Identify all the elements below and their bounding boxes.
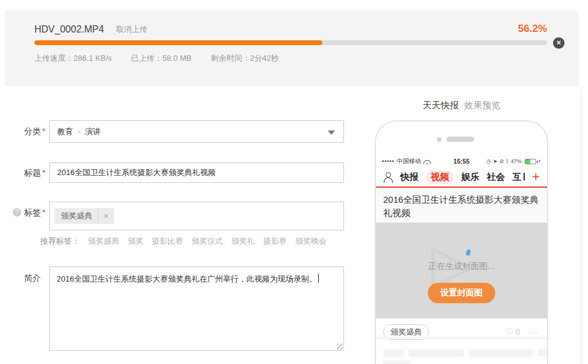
recommended-tags-label: 推荐标签： [40, 236, 80, 247]
recommended-tags: 推荐标签： 颁奖盛典 颁奖 摄影比赛 颁奖仪式 颁奖礼 摄影赛 颁奖晚会 [40, 236, 327, 247]
tag-chip-text: 颁奖盛典 [61, 211, 92, 221]
close-icon[interactable]: × [553, 37, 565, 49]
time-remaining: 剩余时间：2分42秒 [211, 53, 279, 64]
recommended-tag[interactable]: 颁奖盛典 [88, 236, 119, 247]
divider [581, 90, 581, 364]
tags-input[interactable]: 颁奖盛典 × [49, 202, 344, 230]
orientation-lock-icon: ⊘ [499, 158, 504, 164]
alarm-icon: ◷ [486, 158, 491, 164]
category-select[interactable]: 教育 › 演讲 [49, 120, 344, 143]
required-mark: * [42, 168, 45, 177]
battery-percent: 47% [511, 158, 522, 164]
profile-icon[interactable] [383, 172, 393, 182]
camera-dot [437, 137, 442, 142]
recommended-tag[interactable]: 颁奖 [128, 236, 143, 247]
recommended-tag[interactable]: 颁奖仪式 [192, 236, 223, 247]
tag-chip: 颁奖盛典 × [55, 208, 114, 224]
chevron-down-icon[interactable] [328, 131, 335, 135]
category-main: 教育 [57, 126, 73, 137]
recommended-tag[interactable]: 颁奖晚会 [295, 236, 327, 247]
video-cover-placeholder: ▷ 正在生成封面图... 设置封面图 [376, 223, 547, 318]
upload-filename: HDV_0002.MP4 [34, 24, 104, 35]
status-bar: ••••• 中国移动 15:55 ◷ ➤ ⊘ ᛒ 47% + [376, 155, 547, 167]
category-row: 分类* 教育 › 演讲 [24, 120, 344, 143]
like-icon[interactable]: ♡ [505, 327, 513, 337]
more-options-icon[interactable]: ··· [530, 327, 540, 337]
text-caret [318, 274, 319, 283]
tab-shehui[interactable]: 社会 [487, 171, 505, 183]
tab-kuaibao[interactable]: 快报 [401, 171, 419, 183]
preview-video-title: 2016全国卫生计生系统摄影大赛颁奖典礼视频 [376, 188, 547, 225]
required-mark: * [42, 126, 45, 136]
category-sub: 演讲 [85, 126, 101, 137]
preview-subtitle: 效果预览 [464, 100, 501, 110]
add-channel-icon[interactable]: + [532, 170, 540, 184]
charging-icon: + [538, 158, 541, 164]
battery-icon [525, 159, 536, 164]
cover-generating-text: 正在生成封面图... [376, 261, 547, 272]
description-textarea[interactable]: 2016全国卫生计生系统摄影大赛颁奖典礼在广州举行，此视频为现场录制。 [49, 267, 344, 351]
card-meta-row: 颁奖盛典 ♡ 0 ··· [376, 319, 547, 345]
progress-fill [34, 40, 322, 45]
phone-nav-bar: 快报 视频 娱乐 社会 互 + [376, 167, 547, 188]
tags-row: ? 标签* 颁奖盛典 × [24, 202, 344, 230]
carrier-label: 中国移动 [397, 157, 421, 165]
category-label: 分类* [24, 120, 49, 143]
next-item-ghost-text [383, 360, 411, 364]
recommended-tag[interactable]: 摄影赛 [263, 236, 287, 247]
tags-label: ? 标签* [24, 206, 49, 230]
breadcrumb-separator: › [78, 128, 80, 136]
like-count: 0 [516, 328, 520, 336]
title-label: 标题* [24, 162, 49, 183]
progress-bar-track [34, 40, 547, 45]
tab-video[interactable]: 视频 [426, 170, 454, 184]
tab-yule[interactable]: 娱乐 [461, 171, 480, 183]
speaker-bar [446, 137, 474, 142]
recommended-tag[interactable]: 颁奖礼 [231, 236, 255, 247]
upload-stats: 上传速度：286.1 KB/s 已上传：58.0 MB 剩余时间：2分42秒 [34, 53, 279, 64]
help-icon[interactable]: ? [13, 208, 21, 217]
remove-tag-icon[interactable]: × [98, 208, 114, 224]
set-cover-button[interactable]: 设置封面图 [428, 283, 495, 303]
preview-app-name: 天天快报 [422, 100, 458, 110]
resize-handle-icon[interactable] [337, 344, 343, 350]
description-text: 2016全国卫生计生系统摄影大赛颁奖典礼在广州举行，此视频为现场录制。 [57, 274, 317, 283]
upload-progress-panel: HDV_0002.MP4 取消上传 56.2% × 上传速度：286.1 KB/… [5, 11, 578, 87]
description-label: 简介 [24, 272, 49, 351]
required-mark: * [42, 208, 45, 217]
cancel-upload-button[interactable]: 取消上传 [116, 24, 148, 35]
upload-speed: 上传速度：286.1 KB/s [34, 53, 112, 64]
preview-header: 天天快报 效果预览 [375, 100, 548, 111]
recommended-tag[interactable]: 摄影比赛 [152, 236, 183, 247]
title-row: 标题* [24, 162, 344, 183]
wifi-icon [424, 159, 431, 164]
upload-percent: 56.2% [518, 23, 547, 35]
phone-mockup: ••••• 中国移动 15:55 ◷ ➤ ⊘ ᛒ 47% + 快报 视频 娱乐 … [375, 120, 548, 364]
next-item-ghost-text [383, 349, 548, 357]
bluetooth-icon: ᛒ [505, 158, 508, 164]
tab-hu-clipped[interactable]: 互 [513, 171, 525, 183]
signal-icon: ••••• [382, 158, 395, 164]
description-row: 简介 2016全国卫生计生系统摄影大赛颁奖典礼在广州举行，此视频为现场录制。 [24, 267, 344, 351]
uploaded-size: 已上传：58.0 MB [131, 53, 192, 64]
clock-label: 15:55 [454, 158, 470, 165]
card-separator [376, 337, 547, 339]
title-input[interactable] [49, 162, 344, 183]
location-icon: ➤ [493, 158, 498, 164]
